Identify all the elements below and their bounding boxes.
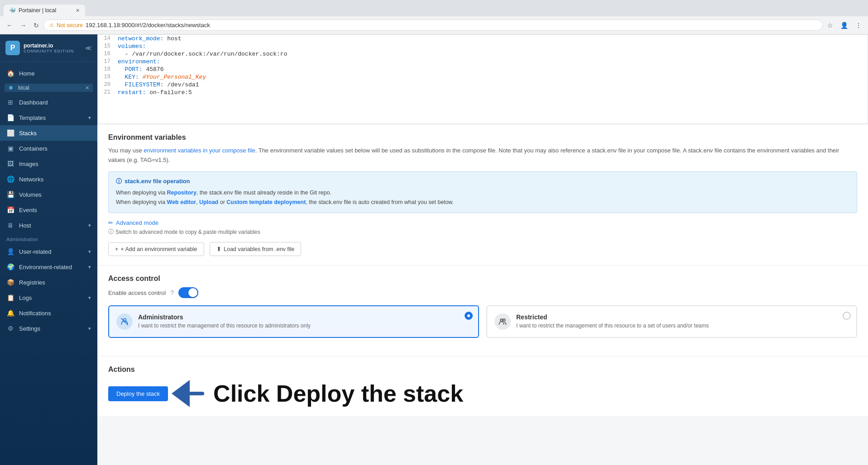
environment-related-icon: 🌍 [6,263,14,270]
home-icon: 🏠 [6,70,14,77]
sidebar-item-environment-related-label: Environment-related [19,264,72,270]
security-icon: ⚠ [49,22,54,28]
sidebar-item-settings[interactable]: ⚙ Settings ▾ [0,321,97,336]
click-annotation-text: Click Deploy the stack [213,380,463,407]
active-tab[interactable]: 🐳 Portainer | local ✕ [4,5,85,16]
sidebar-item-user-related[interactable]: 👤 User-related ▾ [0,244,97,259]
env-section-desc: You may use environment variables in you… [108,146,857,165]
toggle-container: Enable access control ? [108,287,857,298]
sidebar-item-dashboard-label: Dashboard [19,99,48,106]
arrow-head-icon [172,380,190,407]
custom-template-link[interactable]: Custom template deployment [226,199,306,205]
sidebar-item-volumes-label: Volumes [19,191,42,198]
restricted-radio[interactable] [843,312,851,320]
browser-tabs: 🐳 Portainer | local ✕ [0,0,868,16]
browser-nav-bar: ← → ↻ ⚠ Not secure 192.168.1.18:9000/#!/… [0,16,868,34]
svg-point-3 [503,319,505,321]
info-icon-small: ⓘ [108,228,114,236]
main-content: 14 network_mode: host 15 volumes: 16 - /… [97,34,868,465]
profile-button[interactable]: 👤 [838,20,851,31]
networks-icon: 🌐 [6,176,14,183]
tab-title: Portainer | local [19,7,56,14]
settings-icon: ⚙ [6,325,14,332]
info-box-title: ⓘ stack.env file operation [116,177,849,185]
svg-point-2 [500,319,503,321]
user-related-chevron-icon: ▾ [88,249,91,255]
restricted-card[interactable]: Restricted I want to restrict the manage… [486,305,857,338]
code-line-15: 15 volumes: [98,43,868,50]
edit-icon: ✏ [108,219,113,226]
sidebar-item-images[interactable]: 🖼 Images [0,156,97,171]
toggle-knob [188,288,197,297]
restricted-desc: I want to restrict the management of thi… [516,323,709,329]
sidebar-item-notifications[interactable]: 🔔 Notifications [0,305,97,321]
sidebar-item-host[interactable]: 🖥 Host ▾ [0,218,97,233]
sidebar-item-images-label: Images [19,161,38,167]
sidebar-item-volumes[interactable]: 💾 Volumes [0,187,97,202]
sidebar-item-host-label: Host [19,222,31,229]
restricted-card-text: Restricted I want to restrict the manage… [516,313,709,329]
advanced-mode-link[interactable]: ✏ Advanced mode [108,219,857,226]
sidebar-collapse-button[interactable]: ≪ [85,44,92,52]
administrators-desc: I want to restrict the management of thi… [138,323,311,329]
access-control-toggle[interactable] [178,287,198,298]
sidebar-item-home[interactable]: 🏠 Home [0,66,97,81]
upload-link[interactable]: Upload [199,199,218,205]
sidebar-item-stacks[interactable]: ⬜ Stacks [0,125,97,141]
repository-link[interactable]: Repository [167,190,197,196]
env-link[interactable]: environment variables in your compose fi… [144,147,255,154]
logo-text: portainer.io [24,43,74,49]
code-line-16: 16 - /var/run/docker.sock:/var/run/docke… [98,50,868,58]
logo-area: P portainer.io COMMUNITY EDITION [5,41,74,55]
sidebar-item-templates[interactable]: 📄 Templates ▾ [0,110,97,125]
stackenv-info-box: ⓘ stack.env file operation When deployin… [108,171,857,214]
administrators-title: Administrators [138,313,311,321]
registries-icon: 📦 [6,279,14,286]
code-editor[interactable]: 14 network_mode: host 15 volumes: 16 - /… [97,34,868,124]
sidebar-item-containers-label: Containers [19,145,48,152]
url-text: 192.168.1.18:9000/#!/2/docker/stacks/new… [86,22,210,28]
menu-button[interactable]: ⋮ [853,20,864,31]
host-chevron-icon: ▾ [88,223,91,228]
sidebar-item-dashboard[interactable]: ⊞ Dashboard [0,95,97,110]
tab-close-button[interactable]: ✕ [76,8,80,14]
sidebar-item-networks[interactable]: 🌐 Networks [0,171,97,187]
logs-chevron-icon: ▾ [88,295,91,301]
access-control-section: Access control Enable access control ? [97,265,868,356]
reload-button[interactable]: ↻ [31,20,42,31]
sidebar-item-logs[interactable]: 📋 Logs ▾ [0,290,97,305]
back-button[interactable]: ← [4,20,15,31]
bookmark-button[interactable]: ☆ [825,20,836,31]
forward-button[interactable]: → [17,20,29,31]
tab-favicon: 🐳 [9,7,16,14]
endpoint-badge[interactable]: local ✕ [5,84,93,92]
user-related-icon: 👤 [6,248,14,255]
endpoint-status-dot [9,86,13,90]
administrators-card[interactable]: Administrators I want to restrict the ma… [108,305,479,338]
settings-chevron-icon: ▾ [88,326,91,332]
load-env-file-button[interactable]: ⬆ Load variables from .env file [210,242,301,256]
security-label: Not secure [57,22,83,28]
deploy-stack-button[interactable]: Deploy the stack [108,386,168,401]
toggle-help-icon[interactable]: ? [170,289,174,296]
sidebar-item-containers[interactable]: ▣ Containers [0,141,97,156]
sidebar-item-registries[interactable]: 📦 Registries [0,275,97,290]
stacks-icon: ⬜ [6,129,14,137]
administrators-icon [116,313,133,330]
sidebar-item-events[interactable]: 📅 Events [0,202,97,218]
images-icon: 🖼 [6,160,14,167]
sidebar-nav: 🏠 Home local ✕ ⊞ Dashboard 📄 Templates ▾ [0,62,97,465]
code-line-21: 21 restart: on-failure:5 [98,89,868,96]
endpoint-close-icon[interactable]: ✕ [85,85,89,91]
containers-icon: ▣ [6,145,14,152]
add-env-variable-button[interactable]: + + Add an environment variable [108,242,204,256]
administrators-radio[interactable] [465,312,473,320]
sidebar-item-environment-related[interactable]: 🌍 Environment-related ▾ [0,259,97,275]
address-bar[interactable]: ⚠ Not secure 192.168.1.18:9000/#!/2/dock… [43,19,823,31]
code-line-19: 19 KEY: #Your_Personal_Key [98,73,868,81]
env-buttons: + + Add an environment variable ⬆ Load v… [108,242,857,256]
volumes-icon: 💾 [6,191,14,198]
info-circle-icon: ⓘ [116,177,122,185]
web-editor-link[interactable]: Web editor [167,199,196,205]
notifications-icon: 🔔 [6,309,14,317]
